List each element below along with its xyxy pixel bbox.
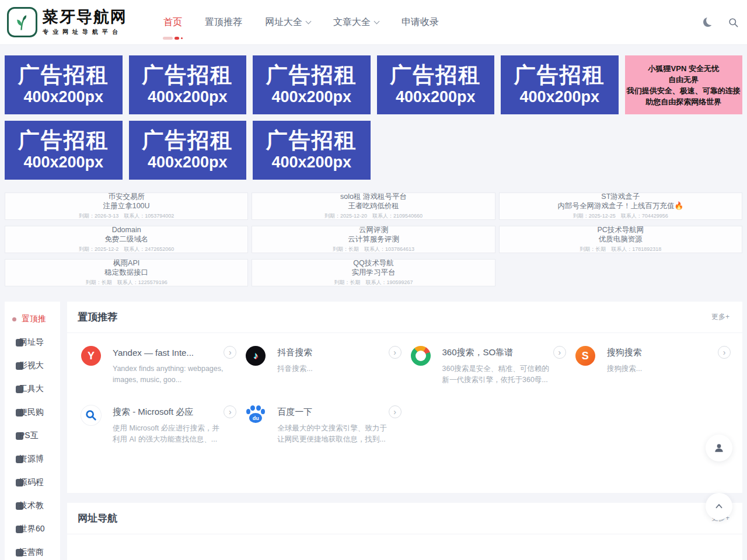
douyin-icon: ♪ <box>246 346 266 366</box>
panel-title: 网址导航 <box>78 512 117 525</box>
arrow-right-icon[interactable]: › <box>224 405 236 418</box>
sidebar-item-resources[interactable]: 资源博 <box>5 447 60 471</box>
site-card-sogou[interactable]: S 搜狗搜索› 搜狗搜索... <box>575 346 731 386</box>
arrow-right-icon[interactable]: › <box>389 346 402 359</box>
category-icon <box>16 386 23 393</box>
category-icon <box>16 456 23 463</box>
back-to-top-button[interactable] <box>706 493 732 520</box>
site-subtitle: 专业网址导航平台 <box>43 28 127 36</box>
site-card-grid: Y Yandex — fast Inte...› Yandex finds an… <box>67 333 742 445</box>
site-title: 搜索 - Microsoft 必应 <box>113 407 193 418</box>
search-icon[interactable] <box>728 17 739 28</box>
site-title: 搜狗搜索 <box>607 347 642 358</box>
text-ad[interactable]: 币安交易所注册立拿100U到期：2026-3-13 联系人：1053794002 <box>5 192 248 220</box>
360-search-icon <box>411 346 431 366</box>
category-icon <box>16 526 23 533</box>
site-navigation-panel: 网址导航 更多+ <box>67 503 742 560</box>
text-ad[interactable]: PC技术导航网优质电脑资源到期：长期 联系人：1781892318 <box>499 226 742 253</box>
site-title: 360搜索，SO靠谱 <box>442 347 514 358</box>
site-description: 抖音搜索... <box>277 363 401 374</box>
bing-search-icon <box>81 405 101 425</box>
text-ad[interactable]: ST游戏盒子内部号全网游戏盒子！上线百万充值🔥到期：2025-12-25 联系人… <box>499 192 742 220</box>
person-icon <box>713 442 725 454</box>
sidebar-item-video[interactable]: 影视大 <box>5 354 60 377</box>
arrow-right-icon[interactable]: › <box>718 346 731 359</box>
nav-item-sites[interactable]: 网址大全 <box>265 16 310 29</box>
vpn-ad-banner[interactable]: 小狐狸VPN 安全无忧 自由无界 我们提供安全、极速、可靠的连接 助您自由探索网… <box>625 55 743 114</box>
chevron-up-icon <box>714 501 724 512</box>
more-link[interactable]: 更多+ <box>711 312 729 322</box>
site-description: 全球最大的中文搜索引擎、致力于让网民更便捷地获取信息，找到... <box>277 423 401 445</box>
arrow-right-icon[interactable]: › <box>389 405 402 418</box>
yandex-icon: Y <box>81 346 101 366</box>
site-card-douyin[interactable]: ♪ 抖音搜索› 抖音搜索... <box>246 346 401 386</box>
site-logo[interactable]: 菜牙导航网 专业网址导航平台 <box>7 7 127 37</box>
nav-item-articles[interactable]: 文章大全 <box>333 16 379 29</box>
arrow-right-icon[interactable]: › <box>553 346 566 359</box>
sidebar-item-ps[interactable]: PS互 <box>5 424 60 447</box>
logo-text: 菜牙导航网 专业网址导航平台 <box>43 8 127 36</box>
ad-banner[interactable]: 广告招租400x200px <box>129 121 247 180</box>
site-description: 使用 Microsoft 必应进行搜索，并利用 AI 的强大功能查找信息、... <box>113 423 236 445</box>
site-description: 搜狗搜索... <box>607 363 731 374</box>
site-card-baidu[interactable]: du 百度一下› 全球最大的中文搜索引擎、致力于让网民更便捷地获取信息，找到..… <box>246 405 401 445</box>
sidebar-item-operators[interactable]: 运营商 <box>5 541 60 560</box>
arrow-right-icon[interactable]: › <box>224 346 236 359</box>
sprout-logo-icon <box>7 7 37 37</box>
ad-banner[interactable]: 广告招租400x200px <box>5 121 123 180</box>
category-icon <box>16 339 23 346</box>
ad-banner[interactable]: 广告招租400x200px <box>5 55 123 114</box>
text-ad[interactable]: Ddomain免费二级域名到期：2025-12-2 联系人：2472652060 <box>5 226 248 253</box>
sidebar-item-world60[interactable]: 世界60 <box>5 517 60 541</box>
category-icon <box>16 479 23 487</box>
category-icon <box>16 432 23 440</box>
site-card-yandex[interactable]: Y Yandex — fast Inte...› Yandex finds an… <box>81 346 236 386</box>
ad-banner[interactable]: 广告招租400x200px <box>377 55 495 114</box>
site-card-360[interactable]: 360搜索，SO靠谱› 360搜索是安全、精准、可信赖的新一代搜索引擎，依托于3… <box>411 346 566 386</box>
category-icon <box>16 362 23 370</box>
dark-mode-moon-icon[interactable] <box>703 18 713 27</box>
header-actions <box>703 0 739 44</box>
site-description: 360搜索是安全、精准、可信赖的新一代搜索引擎，依托于360母... <box>442 363 566 386</box>
chevron-down-icon <box>374 18 380 24</box>
ad-banner-row-1: 广告招租400x200px 广告招租400x200px 广告招租400x200p… <box>5 55 742 114</box>
text-ad[interactable]: QQ技术导航实用学习平台到期：长期 联系人：190599267 <box>252 259 495 286</box>
user-account-button[interactable] <box>706 435 732 461</box>
sidebar-item-shopping[interactable]: 便民购 <box>5 401 60 424</box>
site-title: Yandex — fast Inte... <box>113 348 194 358</box>
panel-title: 置顶推荐 <box>78 310 117 324</box>
site-header: 菜牙导航网 专业网址导航平台 首页 置顶推荐 网址大全 文章大全 申请收录 <box>0 0 747 44</box>
category-icon <box>16 549 23 556</box>
panel-header: 网址导航 更多+ <box>67 503 742 534</box>
ad-banner[interactable]: 广告招租400x200px <box>253 121 371 180</box>
site-title: 抖音搜索 <box>277 347 312 358</box>
text-ad[interactable]: 云网评测云计算服务评测到期：长期 联系人：1037864613 <box>252 226 495 253</box>
category-sidebar: 置顶推 网址导 影视大 工具大 便民购 PS互 资源博 源码程 技术教 世界60… <box>5 302 60 560</box>
site-title: 菜牙导航网 <box>43 8 127 26</box>
site-description: Yandex finds anything: webpages, images,… <box>113 363 236 386</box>
panel-header: 置顶推荐 更多+ <box>67 302 742 333</box>
text-ad-grid: 币安交易所注册立拿100U到期：2026-3-13 联系人：1053794002… <box>5 192 742 286</box>
active-nav-underline <box>163 37 183 40</box>
site-title: 百度一下 <box>277 407 312 418</box>
nav-item-submit[interactable]: 申请收录 <box>402 16 439 29</box>
ad-banner[interactable]: 广告招租400x200px <box>253 55 371 114</box>
baidu-paw-icon: du <box>246 405 266 425</box>
nav-item-home[interactable]: 首页 <box>163 16 182 29</box>
sidebar-item-tutorials[interactable]: 技术教 <box>5 494 60 517</box>
ad-banner-row-2: 广告招租400x200px 广告招租400x200px 广告招租400x200p… <box>5 121 742 180</box>
nav-item-pinned[interactable]: 置顶推荐 <box>205 16 242 29</box>
text-ad[interactable]: solo租 游戏租号平台王者吃鸡低价租到期：2025-12-20 联系人：210… <box>252 192 495 220</box>
sogou-icon: S <box>575 346 595 366</box>
active-dot-icon <box>12 317 16 321</box>
chevron-down-icon <box>306 18 312 24</box>
sidebar-item-source-code[interactable]: 源码程 <box>5 471 60 494</box>
ad-banner[interactable]: 广告招租400x200px <box>129 55 247 114</box>
ad-banner[interactable]: 广告招租400x200px <box>501 55 619 114</box>
sidebar-item-pinned[interactable]: 置顶推 <box>5 307 60 331</box>
site-card-bing[interactable]: 搜索 - Microsoft 必应› 使用 Microsoft 必应进行搜索，并… <box>81 405 236 445</box>
sidebar-item-sites[interactable]: 网址导 <box>5 331 60 354</box>
sidebar-item-tools[interactable]: 工具大 <box>5 377 60 401</box>
main-nav: 首页 置顶推荐 网址大全 文章大全 申请收录 <box>163 16 462 29</box>
text-ad[interactable]: 枫雨API稳定数据接口到期：长期 联系人：1225579196 <box>5 259 248 286</box>
